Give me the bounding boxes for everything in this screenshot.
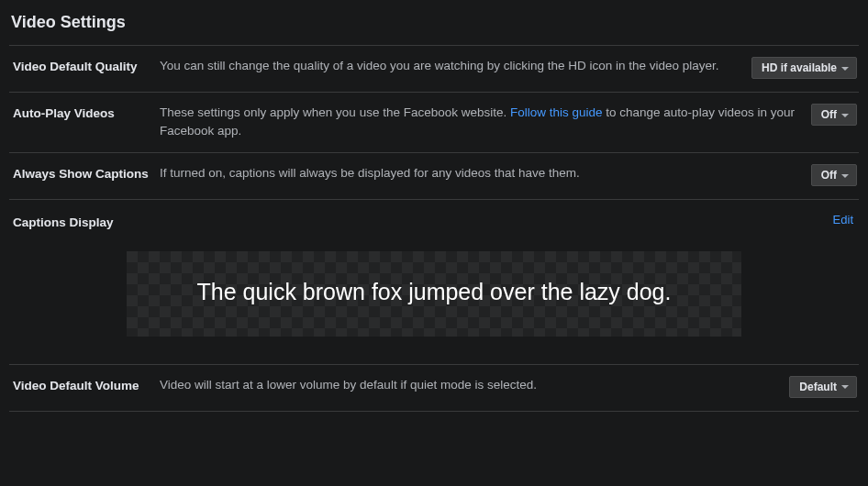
- dropdown-always-show-captions[interactable]: Off: [811, 164, 857, 186]
- dropdown-value: Off: [821, 169, 837, 182]
- desc-always-show-captions: If turned on, captions will always be di…: [160, 164, 811, 186]
- label-always-show-captions: Always Show Captions: [9, 164, 160, 186]
- desc-video-default-quality: You can still change the quality of a vi…: [160, 57, 751, 79]
- dropdown-value: Default: [799, 381, 837, 393]
- captions-preview-box: The quick brown fox jumped over the lazy…: [127, 251, 741, 336]
- desc-autoplay-pre: These settings only apply when you use t…: [160, 105, 510, 119]
- row-auto-play-videos: Auto-Play Videos These settings only app…: [9, 92, 859, 152]
- chevron-down-icon: [841, 174, 849, 178]
- label-video-default-quality: Video Default Quality: [9, 57, 160, 79]
- dropdown-video-default-volume[interactable]: Default: [789, 376, 857, 398]
- video-settings-panel: Video Settings Video Default Quality You…: [0, 0, 868, 412]
- page-title: Video Settings: [9, 7, 859, 45]
- chevron-down-icon: [841, 114, 849, 117]
- chevron-down-icon: [841, 67, 849, 71]
- captions-sample-text: The quick brown fox jumped over the lazy…: [152, 275, 716, 308]
- label-auto-play-videos: Auto-Play Videos: [9, 104, 160, 139]
- desc-video-default-volume: Video will start at a lower volume by de…: [160, 376, 789, 398]
- row-captions-display: Captions Display Edit The quick brown fo…: [9, 199, 859, 363]
- dropdown-value: HD if available: [762, 61, 837, 74]
- chevron-down-icon: [841, 385, 849, 389]
- dropdown-value: Off: [821, 108, 837, 121]
- row-always-show-captions: Always Show Captions If turned on, capti…: [9, 152, 859, 199]
- dropdown-auto-play-videos[interactable]: Off: [811, 104, 857, 126]
- edit-captions-display-link[interactable]: Edit: [833, 213, 859, 226]
- link-follow-this-guide[interactable]: Follow this guide: [510, 105, 603, 119]
- row-video-default-quality: Video Default Quality You can still chan…: [9, 45, 859, 92]
- label-captions-display: Captions Display: [9, 213, 160, 231]
- desc-auto-play-videos: These settings only apply when you use t…: [160, 104, 811, 139]
- dropdown-video-default-quality[interactable]: HD if available: [751, 57, 857, 79]
- row-video-default-volume: Video Default Volume Video will start at…: [9, 364, 859, 412]
- label-video-default-volume: Video Default Volume: [9, 376, 160, 398]
